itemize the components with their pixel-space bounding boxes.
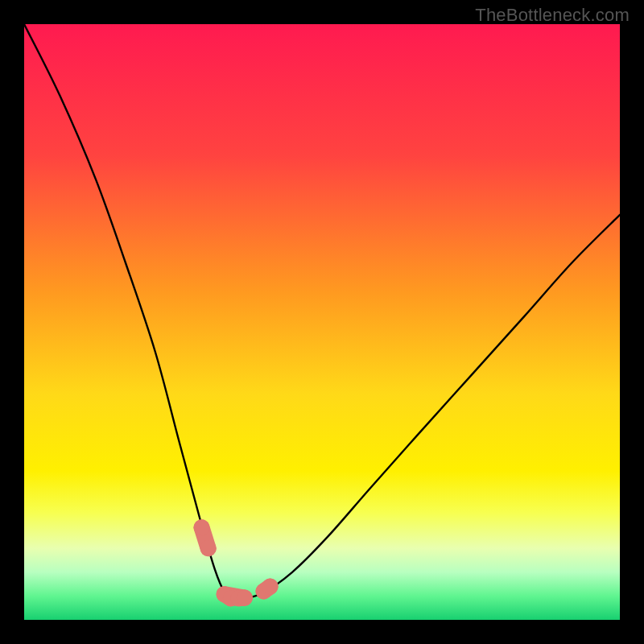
marker-dot	[194, 519, 210, 535]
watermark-label: TheBottleneck.com	[475, 5, 630, 26]
gradient-background	[24, 24, 620, 620]
chart-svg	[24, 24, 620, 620]
marker-dot	[237, 590, 253, 606]
marker-dot	[262, 579, 279, 595]
plot-area	[24, 24, 620, 620]
marker-dot	[200, 540, 217, 556]
chart-frame: TheBottleneck.com	[0, 0, 644, 644]
